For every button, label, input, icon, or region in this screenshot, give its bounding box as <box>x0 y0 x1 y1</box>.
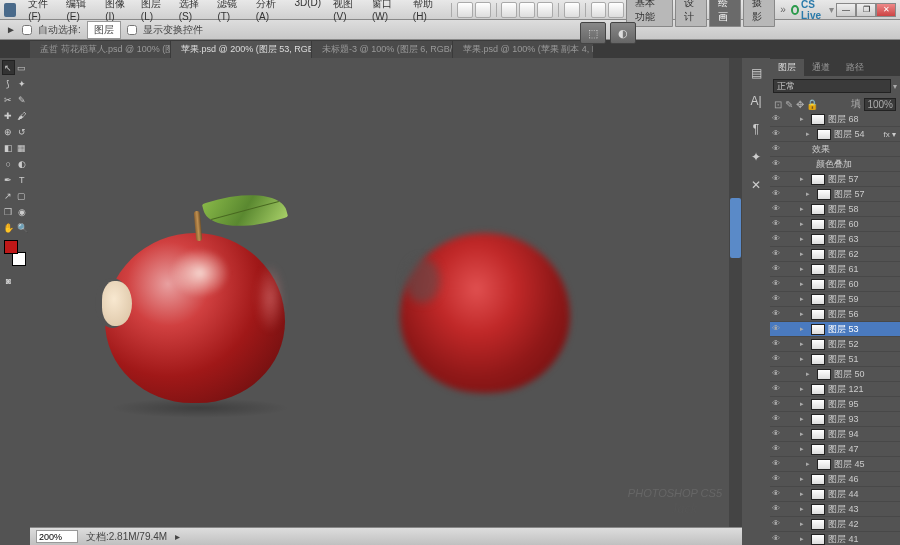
layer-row[interactable]: 👁▸图层 94 <box>770 427 900 442</box>
layer-row[interactable]: 👁▸图层 63 <box>770 232 900 247</box>
launch-minibridge-button[interactable] <box>475 2 491 18</box>
layer-row[interactable]: 👁▸图层 50 <box>770 367 900 382</box>
layer-row[interactable]: 👁▸图层 93 <box>770 412 900 427</box>
lock-icons[interactable]: ⊡ ✎ ✥ 🔒 <box>774 99 818 110</box>
zoom-level-button[interactable] <box>564 2 580 18</box>
layer-row[interactable]: 👁▸图层 41 <box>770 532 900 545</box>
visibility-icon[interactable]: 👁 <box>772 354 782 364</box>
eraser-tool[interactable]: ◧ <box>2 140 15 155</box>
visibility-icon[interactable]: 👁 <box>772 249 782 259</box>
visibility-icon[interactable]: 👁 <box>772 189 782 199</box>
visibility-icon[interactable]: 👁 <box>772 234 782 244</box>
visibility-icon[interactable]: 👁 <box>772 309 782 319</box>
zoom-tool[interactable]: 🔍 <box>16 220 29 235</box>
brush-panel-icon[interactable]: ✦ <box>747 148 765 166</box>
3d-tool[interactable]: ❒ <box>2 204 15 219</box>
crop-tool[interactable]: ✂ <box>2 92 15 107</box>
camera-tool[interactable]: ◉ <box>16 204 29 219</box>
background-color-swatch[interactable] <box>12 252 26 266</box>
menu-item[interactable]: 窗口(W) <box>366 0 407 24</box>
visibility-icon[interactable]: 👁 <box>772 534 782 544</box>
vertical-scrollbar[interactable] <box>729 58 742 527</box>
layer-row[interactable]: 👁▸图层 52 <box>770 337 900 352</box>
visibility-icon[interactable]: 👁 <box>772 204 782 214</box>
layer-row[interactable]: 👁▸图层 95 <box>770 397 900 412</box>
layer-row[interactable]: 👁▸图层 68 <box>770 112 900 127</box>
visibility-icon[interactable]: 👁 <box>772 399 782 409</box>
lasso-tool[interactable]: ⟆ <box>2 76 15 91</box>
auto-select-target[interactable]: 图层 <box>87 21 121 39</box>
visibility-icon[interactable]: 👁 <box>772 474 782 484</box>
fill-value[interactable]: 100% <box>864 98 896 111</box>
panel-tab-layers[interactable]: 图层 <box>770 59 804 76</box>
layer-fx[interactable]: 👁效果 <box>770 142 900 157</box>
layer-row[interactable]: 👁▸图层 57 <box>770 172 900 187</box>
character-panel-icon[interactable]: A| <box>747 92 765 110</box>
layer-row[interactable]: 👁▸图层 42 <box>770 517 900 532</box>
brush-tool[interactable]: 🖌 <box>16 108 29 123</box>
visibility-icon[interactable]: 👁 <box>772 294 782 304</box>
minimize-button[interactable]: — <box>836 3 856 17</box>
document-tab[interactable]: 孟哲 荷花稻草人.psd @ 100% (图层 254, RGB/8) <box>30 41 170 58</box>
show-transform-checkbox[interactable] <box>127 25 137 35</box>
visibility-icon[interactable]: 👁 <box>772 384 782 394</box>
screen-mode-button[interactable] <box>608 2 624 18</box>
layer-row[interactable]: 👁▸图层 45 <box>770 457 900 472</box>
visibility-icon[interactable]: 👁 <box>772 429 782 439</box>
visibility-icon[interactable]: 👁 <box>772 459 782 469</box>
stamp-tool[interactable]: ⊕ <box>2 124 15 139</box>
status-arrow-icon[interactable]: ▸ <box>175 531 180 542</box>
gradient-tool[interactable]: ▦ <box>16 140 29 155</box>
document-tab[interactable]: 苹果.psd @ 200% (图层 53, RGB/8) * <box>171 41 311 58</box>
launch-bridge-button[interactable] <box>457 2 473 18</box>
shape-tool[interactable]: ▢ <box>16 188 29 203</box>
document-canvas[interactable]: PHOTOSHOP CS5 Jack <box>30 58 742 527</box>
path-tool[interactable]: ↗ <box>2 188 15 203</box>
layer-row[interactable]: 👁▸图层 58 <box>770 202 900 217</box>
visibility-icon[interactable]: 👁 <box>772 414 782 424</box>
heal-tool[interactable]: ✚ <box>2 108 15 123</box>
layer-fx-color[interactable]: 👁颜色叠加 <box>770 157 900 172</box>
wand-tool[interactable]: ✦ <box>16 76 29 91</box>
document-tab[interactable]: 苹果.psd @ 100% (苹果 副本 4, R... <box>453 41 593 58</box>
view-guides-button[interactable] <box>519 2 535 18</box>
history-brush-tool[interactable]: ↺ <box>16 124 29 139</box>
auto-select-checkbox[interactable] <box>22 25 32 35</box>
eyedropper-tool[interactable]: ✎ <box>16 92 29 107</box>
layer-row[interactable]: 👁▸图层 60 <box>770 277 900 292</box>
move-tool[interactable]: ↖ <box>2 60 15 75</box>
menu-item[interactable]: 图层(L) <box>135 0 173 24</box>
visibility-icon[interactable]: 👁 <box>772 519 782 529</box>
layer-row[interactable]: 👁▸图层 121 <box>770 382 900 397</box>
dodge-tool[interactable]: ◐ <box>16 156 29 171</box>
visibility-icon[interactable]: 👁 <box>772 339 782 349</box>
layer-row[interactable]: 👁▸图层 51 <box>770 352 900 367</box>
layer-row[interactable]: 👁▸图层 53 <box>770 322 900 337</box>
blur-tool[interactable]: ○ <box>2 156 15 171</box>
zoom-input[interactable] <box>36 530 78 543</box>
document-tab[interactable]: 未标题-3 @ 100% (图层 6, RGB/8) * <box>312 41 452 58</box>
paragraph-panel-icon[interactable]: ¶ <box>747 120 765 138</box>
layer-row[interactable]: 👁▸图层 57 <box>770 187 900 202</box>
workspace-tab-design[interactable]: 设计 <box>675 0 707 27</box>
view-grid-button[interactable] <box>537 2 553 18</box>
close-button[interactable]: ✕ <box>876 3 896 17</box>
color-swatches[interactable] <box>2 240 28 266</box>
hand-tool[interactable]: ✋ <box>2 220 15 235</box>
quickmask-tool[interactable]: ◙ <box>2 273 15 288</box>
panel-tab-channels[interactable]: 通道 <box>804 59 838 76</box>
floating-tool-1[interactable]: ⬚ <box>580 22 606 44</box>
visibility-icon[interactable]: 👁 <box>772 504 782 514</box>
type-tool[interactable]: T <box>16 172 29 187</box>
marquee-tool[interactable]: ▭ <box>16 60 29 75</box>
layer-row[interactable]: 👁▸图层 59 <box>770 292 900 307</box>
menu-item[interactable]: 滤镜(T) <box>211 0 249 24</box>
workspace-tab-paint[interactable]: 绘画 <box>709 0 741 27</box>
layer-row[interactable]: 👁▸图层 47 <box>770 442 900 457</box>
layer-row[interactable]: 👁▸图层 46 <box>770 472 900 487</box>
layer-row[interactable]: 👁▸图层 61 <box>770 262 900 277</box>
pen-tool[interactable]: ✒ <box>2 172 15 187</box>
visibility-icon[interactable]: 👁 <box>772 369 782 379</box>
menu-item[interactable]: 3D(D) <box>288 0 327 24</box>
layer-row[interactable]: 👁▸图层 54 fx ▾ <box>770 127 900 142</box>
